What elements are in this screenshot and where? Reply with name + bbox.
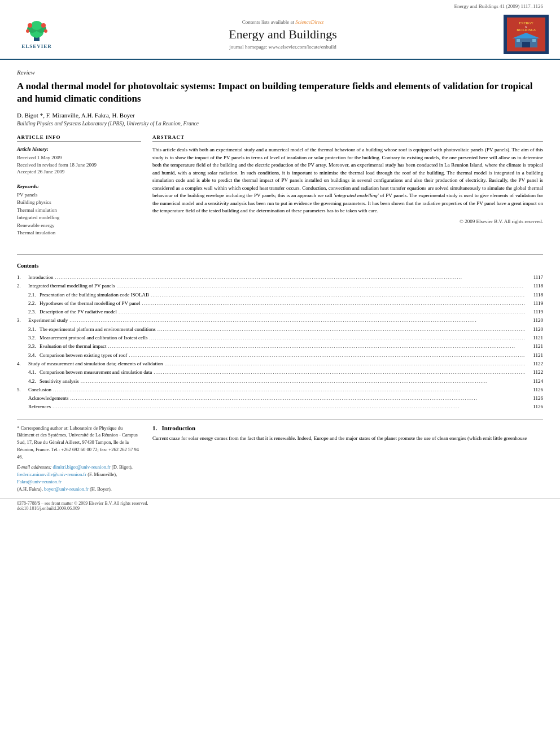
toc-item: 4.Study of measurement and simulation da…	[17, 360, 543, 368]
email4-name: (H. Boyer).	[90, 486, 112, 492]
section-divider-1	[17, 254, 543, 255]
toc-item: 2.2.Hypotheses of the thermal modelling …	[17, 299, 543, 308]
email2-name: (F. Miranville),	[88, 471, 117, 477]
toc-dots: ........................................…	[152, 368, 525, 377]
elsevier-text: ELSEVIER	[21, 43, 52, 49]
authors: D. Bigot *, F. Miranville, A.H. Fakra, H…	[17, 112, 543, 119]
toc-number: 3.3.	[17, 342, 40, 351]
email3-name: (A.H. Fakra),	[17, 486, 43, 492]
doi-line: doi:10.1016/j.enbuild.2009.06.009	[17, 506, 80, 511]
history-label: Article history:	[17, 146, 141, 152]
abstract-header: Abstract	[152, 134, 543, 142]
email2-link[interactable]: frederic.miranville@univ-reunion.fr	[17, 471, 86, 477]
toc-label: Introduction	[28, 273, 54, 282]
elsevier-logo: ELSEVIER	[11, 18, 62, 51]
toc-dots: ........................................…	[156, 325, 525, 334]
toc-item: 4.1.Comparison between measurement and s…	[17, 368, 543, 377]
toc-item: 4.2.Sensitivity analysis ...............…	[17, 377, 543, 386]
toc-page: 1120	[525, 325, 543, 334]
toc-container: 1.Introduction .........................…	[17, 273, 543, 412]
keyword-2: Building physics	[17, 199, 141, 207]
keyword-3: Thermal simulation	[17, 207, 141, 215]
introduction-section: 1. Introduction Current craze for solar …	[152, 425, 543, 493]
toc-item: 3.1.The experimental platform and enviro…	[17, 325, 543, 334]
toc-page: 1118	[525, 282, 543, 290]
footer-divider	[17, 420, 543, 420]
building-icon	[512, 32, 540, 47]
email1-link[interactable]: dimitri.bigot@univ-reunion.fr	[53, 464, 110, 470]
revised-date: Received in revised form 18 June 2009	[17, 161, 141, 169]
toc-page: 1121	[525, 351, 543, 360]
right-column: Abstract This article deals with both an…	[152, 134, 543, 237]
svg-rect-11	[522, 42, 530, 47]
toc-number: 3.4.	[17, 351, 40, 360]
toc-dots: ........................................…	[54, 273, 526, 282]
toc-label: Sensitivity analysis	[40, 377, 79, 386]
toc-label: The experimental platform and environmen…	[40, 325, 156, 334]
toc-dots: ........................................…	[51, 386, 525, 394]
intro-title: 1. Introduction	[152, 425, 543, 431]
toc-page: 1118	[525, 291, 543, 299]
toc-page: 1121	[525, 342, 543, 351]
toc-dots: ........................................…	[106, 342, 525, 351]
toc-number: 2.3.	[17, 308, 40, 316]
accepted-date: Accepted 26 June 2009	[17, 168, 141, 176]
toc-dots: ........................................…	[141, 299, 525, 308]
toc-item: 1.Introduction .........................…	[17, 273, 543, 282]
article-title: A nodal thermal model for photovoltaic s…	[17, 80, 543, 105]
keywords-block: Keywords: PV panels Building physics The…	[17, 184, 141, 237]
contents-section: Contents 1.Introduction ................…	[0, 263, 560, 412]
toc-label: Study of measurement and simulation data…	[28, 360, 163, 368]
svg-point-7	[26, 29, 29, 33]
toc-label: Acknowledgements	[28, 394, 68, 403]
toc-number: 2.2.	[17, 299, 40, 308]
toc-page: 1119	[525, 299, 543, 308]
toc-label: Comparison between measurement and simul…	[40, 368, 152, 377]
journal-homepage: journal homepage: www.elsevier.com/locat…	[62, 44, 504, 50]
toc-label: Experimental study	[28, 316, 68, 325]
toc-number: 4.	[17, 360, 28, 368]
email-addresses: E-mail addresses: dimitri.bigot@univ-reu…	[17, 464, 141, 492]
keyword-4: Integrated modelling	[17, 214, 141, 222]
keyword-6: Thermal insulation	[17, 229, 141, 237]
svg-point-4	[31, 21, 42, 30]
sciencedirect-link[interactable]: ScienceDirect	[295, 19, 323, 25]
toc-item: 3.3.Evaluation of the thermal impact ...…	[17, 342, 543, 351]
toc-item: 3.Experimental study ...................…	[17, 316, 543, 325]
keywords-label: Keywords:	[17, 184, 141, 189]
article-info-header: Article info	[17, 134, 141, 142]
elsevier-tree-icon	[20, 20, 54, 42]
toc-label: Comparison between existing types of roo…	[40, 351, 127, 360]
svg-marker-10	[512, 33, 540, 38]
article-type: Review	[17, 69, 543, 76]
journal-center: Contents lists available at ScienceDirec…	[62, 19, 504, 50]
toc-dots: ........................................…	[127, 351, 525, 360]
svg-point-8	[44, 29, 47, 33]
toc-number: 5.	[17, 386, 28, 394]
toc-page: 1121	[525, 334, 543, 342]
intro-text: Current craze for solar energy comes fro…	[152, 435, 543, 443]
email3-link[interactable]: Fakra@univ-reunion.fr	[17, 479, 62, 484]
toc-label: Description of the PV radiative model	[40, 308, 117, 316]
svg-point-5	[28, 23, 32, 28]
toc-label: Presentation of the building simulation …	[40, 291, 149, 299]
eb-logo-text: ENERGY	[519, 21, 533, 25]
email4-link[interactable]: boyer@univ-reunion.fr	[44, 486, 89, 492]
keyword-5: Renewable energy	[17, 222, 141, 230]
journal-title: Energy and Buildings	[62, 27, 504, 42]
keyword-1: PV panels	[17, 191, 141, 199]
toc-page: 1122	[525, 368, 543, 377]
toc-number: 3.2.	[17, 334, 40, 342]
contents-title: Contents	[17, 263, 543, 269]
copyright-line: © 2009 Elsevier B.V. All rights reserved…	[152, 219, 543, 224]
toc-item: 2.3.Description of the PV radiative mode…	[17, 308, 543, 316]
email-label: E-mail addresses:	[17, 464, 51, 470]
toc-number: 3.1.	[17, 325, 40, 334]
toc-item: 5.Conclusion ...........................…	[17, 386, 543, 394]
toc-page: 1117	[525, 273, 543, 282]
toc-label: Conclusion	[28, 386, 51, 394]
toc-item: 2.1.Presentation of the building simulat…	[17, 291, 543, 299]
toc-dots: ........................................…	[115, 282, 525, 290]
sciencedirect-line: Contents lists available at ScienceDirec…	[62, 19, 504, 25]
toc-page: 1126	[525, 386, 543, 394]
